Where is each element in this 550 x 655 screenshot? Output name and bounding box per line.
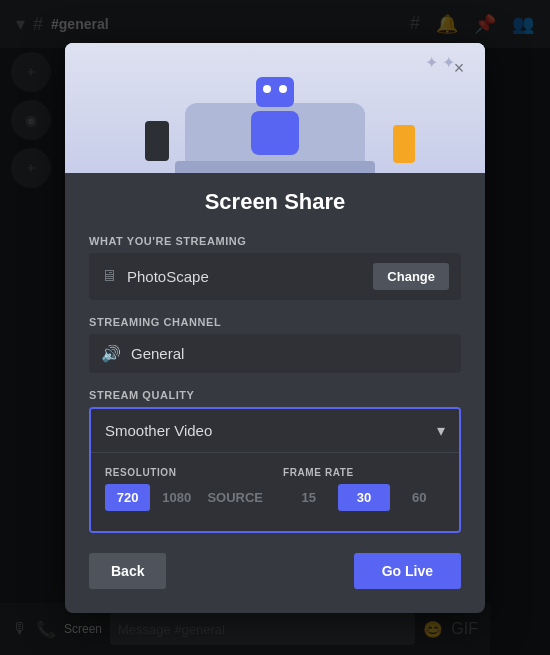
- golive-button[interactable]: Go Live: [354, 553, 461, 589]
- quality-label: STREAM QUALITY: [89, 389, 461, 401]
- quality-dropdown[interactable]: Smoother Video ▾: [91, 409, 459, 452]
- robot-head: [256, 77, 294, 107]
- channel-value: General: [131, 345, 449, 362]
- channel-field: 🔊 General: [89, 334, 461, 373]
- resolution-group: RESOLUTION 720 1080 SOURCE: [105, 467, 267, 511]
- resolution-buttons: 720 1080 SOURCE: [105, 484, 267, 511]
- modal-overlay: ✦ ✦ × Screen Share WHAT YOU'RE STREAMING…: [0, 0, 550, 655]
- framerate-60[interactable]: 60: [394, 484, 445, 511]
- channel-label: STREAMING CHANNEL: [89, 316, 461, 328]
- quality-option-row: RESOLUTION 720 1080 SOURCE FRAME RATE: [105, 467, 445, 511]
- modal-illustration: ✦ ✦: [65, 43, 485, 173]
- change-button[interactable]: Change: [373, 263, 449, 290]
- robot-body: [251, 111, 299, 155]
- framerate-group: FRAME RATE 15 30 60: [283, 467, 445, 511]
- modal-title: Screen Share: [89, 189, 461, 215]
- quality-box: Smoother Video ▾ RESOLUTION 720 1080 SOU…: [89, 407, 461, 533]
- streaming-label: WHAT YOU'RE STREAMING: [89, 235, 461, 247]
- quality-options: RESOLUTION 720 1080 SOURCE FRAME RATE: [91, 452, 459, 531]
- resolution-1080[interactable]: 1080: [154, 484, 199, 511]
- modal-footer: Back Go Live: [65, 553, 485, 589]
- streaming-field: 🖥 PhotoScape Change: [89, 253, 461, 300]
- screen-share-modal: ✦ ✦ × Screen Share WHAT YOU'RE STREAMING…: [65, 43, 485, 613]
- monitor-icon: 🖥: [101, 267, 117, 285]
- chevron-down-icon: ▾: [437, 421, 445, 440]
- quality-selected: Smoother Video: [105, 422, 212, 439]
- illustration-bg: ✦ ✦: [65, 43, 485, 173]
- resolution-720[interactable]: 720: [105, 484, 150, 511]
- framerate-buttons: 15 30 60: [283, 484, 445, 511]
- resolution-label: RESOLUTION: [105, 467, 267, 478]
- back-button[interactable]: Back: [89, 553, 166, 589]
- framerate-15[interactable]: 15: [283, 484, 334, 511]
- modal-body: Screen Share WHAT YOU'RE STREAMING 🖥 Pho…: [65, 173, 485, 533]
- framerate-label: FRAME RATE: [283, 467, 445, 478]
- streaming-value: PhotoScape: [127, 268, 373, 285]
- illustration-robot: [251, 81, 299, 155]
- illustration-char-right: [393, 125, 415, 163]
- speaker-icon: 🔊: [101, 344, 121, 363]
- framerate-30[interactable]: 30: [338, 484, 389, 511]
- modal-close-button[interactable]: ×: [445, 55, 473, 83]
- illustration-char-left: [145, 121, 169, 161]
- resolution-source[interactable]: SOURCE: [203, 484, 267, 511]
